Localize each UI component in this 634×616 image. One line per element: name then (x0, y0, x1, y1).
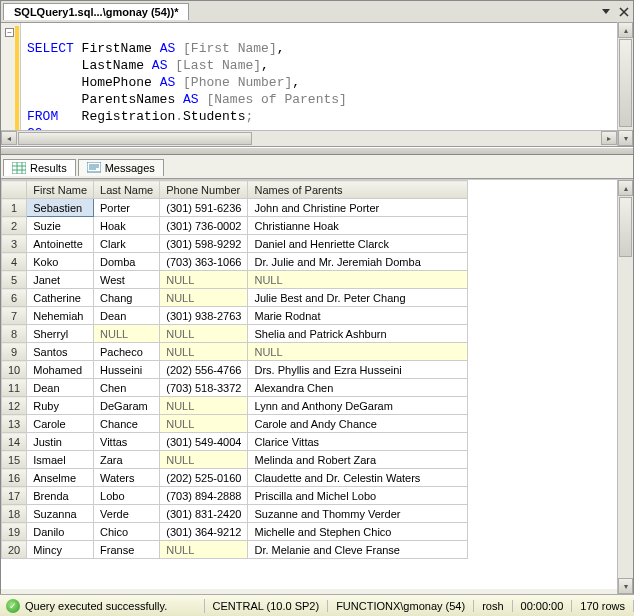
cell[interactable]: Chang (94, 289, 160, 307)
cell[interactable]: Melinda and Robert Zara (248, 451, 468, 469)
cell[interactable]: Justin (27, 433, 94, 451)
table-row[interactable]: 5JanetWestNULLNULL (2, 271, 468, 289)
row-number[interactable]: 15 (2, 451, 27, 469)
table-row[interactable]: 17BrendaLobo(703) 894-2888Priscilla and … (2, 487, 468, 505)
cell[interactable]: Dean (27, 379, 94, 397)
cell[interactable]: Santos (27, 343, 94, 361)
row-number[interactable]: 2 (2, 217, 27, 235)
row-number[interactable]: 3 (2, 235, 27, 253)
cell[interactable]: (301) 938-2763 (160, 307, 248, 325)
column-header[interactable]: Last Name (94, 181, 160, 199)
column-header[interactable]: Names of Parents (248, 181, 468, 199)
scroll-up-icon[interactable]: ▴ (618, 22, 633, 38)
cell[interactable]: Suzie (27, 217, 94, 235)
row-number[interactable]: 4 (2, 253, 27, 271)
cell[interactable]: Anselme (27, 469, 94, 487)
cell[interactable]: Pacheco (94, 343, 160, 361)
cell[interactable]: Sebastien (27, 199, 94, 217)
results-grid[interactable]: First NameLast NamePhone NumberNames of … (1, 180, 468, 559)
cell[interactable]: NULL (248, 343, 468, 361)
cell[interactable]: Lobo (94, 487, 160, 505)
cell[interactable]: Shelia and Patrick Ashburn (248, 325, 468, 343)
grid-vscrollbar[interactable]: ▴ ▾ (617, 180, 633, 594)
row-number[interactable]: 17 (2, 487, 27, 505)
cell[interactable]: Catherine (27, 289, 94, 307)
cell[interactable]: Lynn and Anthony DeGaram (248, 397, 468, 415)
table-row[interactable]: 6CatherineChangNULLJulie Best and Dr. Pe… (2, 289, 468, 307)
editor-vscrollbar[interactable]: ▴ ▾ (617, 22, 633, 146)
cell[interactable]: Dr. Melanie and Cleve Franse (248, 541, 468, 559)
row-number[interactable]: 5 (2, 271, 27, 289)
row-number[interactable]: 10 (2, 361, 27, 379)
cell[interactable]: Drs. Phyllis and Ezra Husseini (248, 361, 468, 379)
row-number[interactable]: 19 (2, 523, 27, 541)
cell[interactable]: Nehemiah (27, 307, 94, 325)
results-grid-container[interactable]: First NameLast NamePhone NumberNames of … (1, 179, 633, 589)
table-row[interactable]: 20MincyFranseNULLDr. Melanie and Cleve F… (2, 541, 468, 559)
row-number[interactable]: 12 (2, 397, 27, 415)
cell[interactable]: Chance (94, 415, 160, 433)
cell[interactable]: Porter (94, 199, 160, 217)
cell[interactable]: Suzanna (27, 505, 94, 523)
row-number[interactable]: 1 (2, 199, 27, 217)
cell[interactable]: Mohamed (27, 361, 94, 379)
cell[interactable]: NULL (160, 343, 248, 361)
close-icon[interactable] (616, 4, 632, 20)
table-row[interactable]: 10MohamedHusseini(202) 556-4766Drs. Phyl… (2, 361, 468, 379)
table-row[interactable]: 16AnselmeWaters(202) 525-0160Claudette a… (2, 469, 468, 487)
cell[interactable]: NULL (94, 325, 160, 343)
cell[interactable]: Waters (94, 469, 160, 487)
table-row[interactable]: 2SuzieHoak(301) 736-0002Christianne Hoak (2, 217, 468, 235)
row-number[interactable]: 8 (2, 325, 27, 343)
cell[interactable]: Brenda (27, 487, 94, 505)
cell[interactable]: Carole (27, 415, 94, 433)
cell[interactable]: Koko (27, 253, 94, 271)
table-row[interactable]: 18SuzannaVerde(301) 831-2420Suzanne and … (2, 505, 468, 523)
table-row[interactable]: 12RubyDeGaramNULLLynn and Anthony DeGara… (2, 397, 468, 415)
cell[interactable]: NULL (160, 271, 248, 289)
table-row[interactable]: 14JustinVittas(301) 549-4004Clarice Vitt… (2, 433, 468, 451)
cell[interactable]: Sherryl (27, 325, 94, 343)
cell[interactable]: Mincy (27, 541, 94, 559)
sql-code[interactable]: SELECT FirstName AS [First Name], LastNa… (21, 36, 633, 133)
tab-dropdown-icon[interactable] (598, 4, 614, 20)
cell[interactable]: Danilo (27, 523, 94, 541)
cell[interactable]: (301) 831-2420 (160, 505, 248, 523)
table-row[interactable]: 3AntoinetteClark(301) 598-9292Daniel and… (2, 235, 468, 253)
cell[interactable]: Julie Best and Dr. Peter Chang (248, 289, 468, 307)
row-number[interactable]: 20 (2, 541, 27, 559)
row-number[interactable]: 18 (2, 505, 27, 523)
cell[interactable]: (703) 363-1066 (160, 253, 248, 271)
row-number[interactable]: 6 (2, 289, 27, 307)
table-row[interactable]: 15IsmaelZaraNULLMelinda and Robert Zara (2, 451, 468, 469)
cell[interactable]: Priscilla and Michel Lobo (248, 487, 468, 505)
cell[interactable]: NULL (160, 397, 248, 415)
cell[interactable]: Suzanne and Thommy Verder (248, 505, 468, 523)
pane-splitter[interactable] (1, 147, 633, 155)
row-number[interactable]: 14 (2, 433, 27, 451)
cell[interactable]: NULL (160, 415, 248, 433)
cell[interactable]: (202) 525-0160 (160, 469, 248, 487)
cell[interactable]: (301) 549-4004 (160, 433, 248, 451)
fold-minus-icon[interactable]: − (5, 28, 14, 37)
cell[interactable]: Marie Rodnat (248, 307, 468, 325)
table-row[interactable]: 11DeanChen(703) 518-3372Alexandra Chen (2, 379, 468, 397)
scroll-down-icon[interactable]: ▾ (618, 130, 633, 146)
cell[interactable]: Zara (94, 451, 160, 469)
cell[interactable]: Michelle and Stephen Chico (248, 523, 468, 541)
cell[interactable]: West (94, 271, 160, 289)
table-row[interactable]: 13CaroleChanceNULLCarole and Andy Chance (2, 415, 468, 433)
cell[interactable]: Dean (94, 307, 160, 325)
cell[interactable]: (301) 364-9212 (160, 523, 248, 541)
cell[interactable]: Verde (94, 505, 160, 523)
cell[interactable]: Claudette and Dr. Celestin Waters (248, 469, 468, 487)
cell[interactable]: Alexandra Chen (248, 379, 468, 397)
cell[interactable]: Dr. Julie and Mr. Jeremiah Domba (248, 253, 468, 271)
cell[interactable]: Ismael (27, 451, 94, 469)
editor-hscrollbar[interactable]: ◂ ▸ (1, 130, 617, 146)
cell[interactable]: Domba (94, 253, 160, 271)
row-number[interactable]: 7 (2, 307, 27, 325)
cell[interactable]: NULL (160, 541, 248, 559)
column-header[interactable]: Phone Number (160, 181, 248, 199)
cell[interactable]: (703) 518-3372 (160, 379, 248, 397)
